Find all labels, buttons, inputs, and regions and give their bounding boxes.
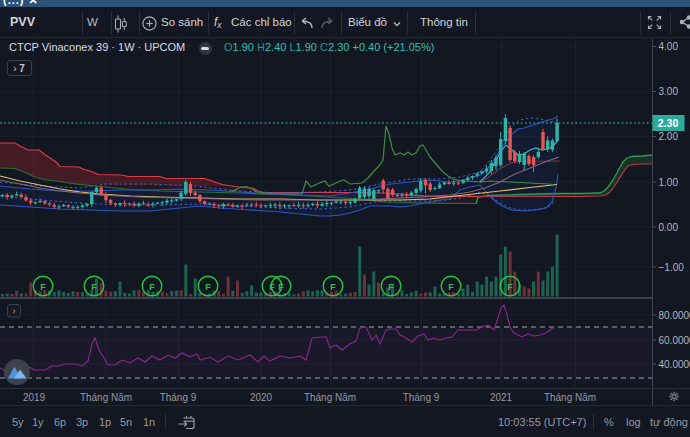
svg-text:40.0000: 40.0000 bbox=[659, 359, 690, 370]
svg-text:F: F bbox=[278, 282, 284, 292]
svg-text:F: F bbox=[205, 282, 211, 292]
svg-text:Tháng 9: Tháng 9 bbox=[160, 392, 197, 403]
svg-text:F: F bbox=[448, 282, 454, 292]
svg-text:F: F bbox=[330, 282, 336, 292]
svg-text:Tháng Năm: Tháng Năm bbox=[544, 392, 596, 403]
svg-text:80.0000: 80.0000 bbox=[659, 310, 690, 321]
svg-text:F: F bbox=[149, 282, 155, 292]
svg-text:F: F bbox=[388, 282, 394, 292]
svg-text:Tháng 9: Tháng 9 bbox=[403, 392, 440, 403]
svg-text:1.00: 1.00 bbox=[659, 177, 679, 188]
svg-text:2020: 2020 bbox=[250, 392, 273, 403]
svg-text:F: F bbox=[269, 282, 275, 292]
svg-text:4.00: 4.00 bbox=[659, 41, 679, 52]
svg-text:2.00: 2.00 bbox=[659, 131, 679, 142]
svg-text:−1.00: −1.00 bbox=[659, 262, 685, 273]
svg-text:F: F bbox=[507, 282, 513, 292]
svg-text:0.00: 0.00 bbox=[659, 222, 679, 233]
svg-text:2019: 2019 bbox=[23, 392, 46, 403]
svg-text:F: F bbox=[40, 282, 46, 292]
svg-text:2.30: 2.30 bbox=[658, 117, 679, 129]
svg-text:60.0000: 60.0000 bbox=[659, 335, 690, 346]
svg-text:F: F bbox=[91, 282, 97, 292]
svg-text:›: › bbox=[13, 306, 16, 316]
svg-text:2021: 2021 bbox=[490, 392, 513, 403]
svg-text:Tháng Năm: Tháng Năm bbox=[304, 392, 356, 403]
svg-text:3.00: 3.00 bbox=[659, 86, 679, 97]
svg-text:Tháng Năm: Tháng Năm bbox=[80, 392, 132, 403]
